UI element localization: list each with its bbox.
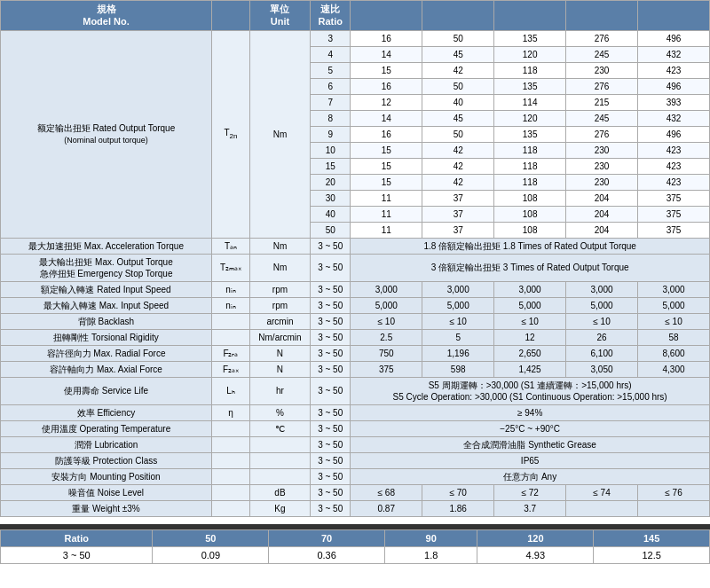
- ratio-cell: 15: [311, 158, 351, 174]
- data-cell: 2.5: [351, 329, 422, 345]
- data-cell: 15: [351, 158, 422, 174]
- data-cell: 4,300: [638, 361, 710, 377]
- span-value-cell: 任意方向 Any: [351, 468, 710, 484]
- spec-table: 規格Model No. 單位Unit 速比Ratio 额定输出扭矩 Rated …: [0, 0, 710, 517]
- header-50: [351, 1, 422, 31]
- data-cell: 40: [422, 94, 494, 110]
- spec-code: nᵢₙ: [212, 281, 250, 297]
- spec-code: [212, 329, 250, 345]
- header-ratio: 速比Ratio: [311, 1, 351, 31]
- data-cell: 423: [638, 62, 710, 78]
- spec-code: [212, 484, 250, 500]
- data-cell: 16: [351, 126, 422, 142]
- ratio-cell: 9: [311, 126, 351, 142]
- spec-unit: Nm: [249, 254, 310, 281]
- spec-unit: hr: [249, 377, 310, 404]
- data-cell: 118: [494, 158, 566, 174]
- spec-code: η: [212, 404, 250, 420]
- data-cell: ≤ 10: [351, 313, 422, 329]
- spec-ratio: 3 ~ 50: [311, 297, 351, 313]
- spec-label: 防護等級 Protection Class: [1, 452, 212, 468]
- spec-code: [212, 468, 250, 484]
- data-cell: ≤ 10: [638, 313, 710, 329]
- data-cell: 8,600: [638, 345, 710, 361]
- data-cell: 276: [566, 78, 638, 94]
- spec-ratio: 3 ~ 50: [311, 313, 351, 329]
- table-row: 扭轉剛性 Torsional RigidityNm/arcmin3 ~ 502.…: [1, 329, 710, 345]
- data-cell: 496: [638, 30, 710, 46]
- data-cell: ≤ 76: [638, 484, 710, 500]
- inertia-table: Ratio507090120145 3 ~ 500.090.361.84.931…: [0, 529, 710, 564]
- ratio-cell: 8: [311, 110, 351, 126]
- ratio-cell: 20: [311, 174, 351, 190]
- spec-label: 容許徑向力 Max. Radial Force: [1, 345, 212, 361]
- spec-ratio: 3 ~ 50: [311, 361, 351, 377]
- data-cell: 16: [351, 78, 422, 94]
- span-value-cell: 1.8 倍額定輸出扭矩 1.8 Times of Rated Output To…: [351, 238, 710, 254]
- data-cell: 245: [566, 110, 638, 126]
- spec-unit: arcmin: [249, 313, 310, 329]
- data-cell: 15: [351, 142, 422, 158]
- data-cell: 375: [638, 190, 710, 206]
- data-cell: 6,100: [566, 345, 638, 361]
- data-cell: [638, 500, 710, 516]
- spec-label: 效率 Efficiency: [1, 404, 212, 420]
- data-cell: 42: [422, 174, 494, 190]
- data-cell: 135: [494, 126, 566, 142]
- spec-ratio: 3 ~ 50: [311, 404, 351, 420]
- data-cell: 5,000: [422, 297, 494, 313]
- data-cell: 50: [422, 78, 494, 94]
- data-cell: 15: [351, 62, 422, 78]
- spec-label: 最大輸入轉速 Max. Input Speed: [1, 297, 212, 313]
- spec-label: 潤滑 Lubrication: [1, 436, 212, 452]
- table-row: 容許徑向力 Max. Radial ForceF₂ᵣₐN3 ~ 507501,1…: [1, 345, 710, 361]
- data-cell: ≤ 10: [422, 313, 494, 329]
- table-row: 安裝方向 Mounting Position3 ~ 50任意方向 Any: [1, 468, 710, 484]
- spec-ratio: 3 ~ 50: [311, 377, 351, 404]
- data-cell: 14: [351, 46, 422, 62]
- data-cell: 204: [566, 206, 638, 222]
- data-cell: 230: [566, 158, 638, 174]
- data-cell: 26: [566, 329, 638, 345]
- ratio-cell: 30: [311, 190, 351, 206]
- data-cell: 423: [638, 174, 710, 190]
- header-145: [638, 1, 710, 31]
- ratio-cell: 40: [311, 206, 351, 222]
- data-cell: 204: [566, 222, 638, 238]
- data-cell: 12: [494, 329, 566, 345]
- span-value-cell: 全合成潤滑油脂 Synthetic Grease: [351, 436, 710, 452]
- data-cell: 375: [351, 361, 422, 377]
- bottom-section: Ratio507090120145 3 ~ 500.090.361.84.931…: [0, 524, 710, 564]
- spec-unit: rpm: [249, 297, 310, 313]
- ratio-cell: 6: [311, 78, 351, 94]
- ratio-cell: 4: [311, 46, 351, 62]
- span-value-cell: ≥ 94%: [351, 404, 710, 420]
- spec-ratio: 3 ~ 50: [311, 254, 351, 281]
- span-value-cell: −25°C ~ +90°C: [351, 420, 710, 436]
- spec-label: 使用壽命 Service Life: [1, 377, 212, 404]
- data-cell: 50: [422, 126, 494, 142]
- data-cell: 50: [422, 30, 494, 46]
- spec-ratio: 3 ~ 50: [311, 345, 351, 361]
- data-cell: [566, 500, 638, 516]
- data-cell: 750: [351, 345, 422, 361]
- rated-torque-unit: Nm: [249, 30, 310, 238]
- data-cell: 3.7: [494, 500, 566, 516]
- ratio-cell: 5: [311, 62, 351, 78]
- span-value-cell: IP65: [351, 452, 710, 468]
- data-cell: 215: [566, 94, 638, 110]
- inertia-cell: 12.5: [594, 546, 710, 563]
- spec-unit: Kg: [249, 500, 310, 516]
- ratio-cell: 10: [311, 142, 351, 158]
- spec-label: 安裝方向 Mounting Position: [1, 468, 212, 484]
- data-cell: ≤ 68: [351, 484, 422, 500]
- data-cell: 135: [494, 78, 566, 94]
- inertia-header: 70: [269, 529, 385, 546]
- spec-code: [212, 313, 250, 329]
- table-row: 最大加速扭矩 Max. Acceleration TorqueTₐₙNm3 ~ …: [1, 238, 710, 254]
- data-cell: 496: [638, 78, 710, 94]
- spec-unit: [249, 468, 310, 484]
- data-cell: 42: [422, 158, 494, 174]
- inertia-cell: 0.09: [153, 546, 269, 563]
- data-cell: 120: [494, 110, 566, 126]
